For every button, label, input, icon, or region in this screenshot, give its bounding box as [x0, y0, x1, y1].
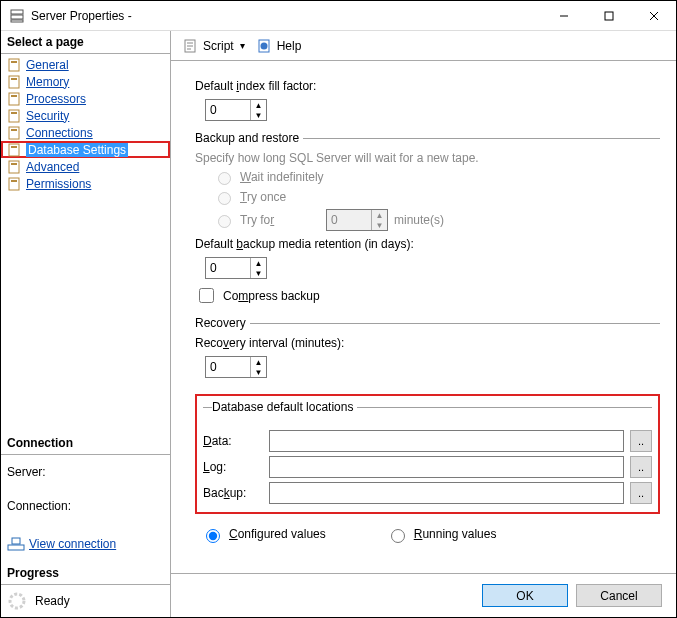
svg-rect-10 [11, 78, 17, 80]
page-icon [7, 91, 23, 107]
app-icon [9, 8, 25, 24]
svg-point-25 [10, 594, 24, 608]
connection-icon [7, 537, 25, 551]
svg-rect-15 [9, 127, 19, 139]
backup-path-input[interactable] [269, 482, 624, 504]
sidebar-item-advanced[interactable]: Advanced [1, 158, 170, 175]
page-icon [7, 108, 23, 124]
ok-button[interactable]: OK [482, 584, 568, 607]
backup-restore-group: Backup and restore Specify how long SQL … [195, 131, 660, 306]
try-for-radio: Try for ▲▼ minute(s) [213, 209, 660, 231]
connection-block: Server: Connection: View connection [1, 455, 170, 562]
svg-rect-0 [11, 10, 23, 14]
sidebar-item-connections[interactable]: Connections [1, 124, 170, 141]
log-browse-button[interactable]: .. [630, 456, 652, 478]
spin-up-icon[interactable]: ▲ [251, 258, 266, 268]
wait-indefinitely-radio: Wait indefinitely [213, 169, 660, 185]
spin-up-icon[interactable]: ▲ [251, 100, 266, 110]
cancel-button[interactable]: Cancel [576, 584, 662, 607]
svg-rect-16 [11, 129, 17, 131]
svg-rect-22 [11, 180, 17, 182]
svg-rect-12 [11, 95, 17, 97]
page-icon [7, 74, 23, 90]
log-path-input[interactable] [269, 456, 624, 478]
svg-rect-19 [9, 161, 19, 173]
fill-factor-label: Default index fill factor: [195, 79, 660, 93]
script-button[interactable]: Script ▾ [179, 36, 249, 56]
page-icon [7, 57, 23, 73]
svg-rect-2 [11, 20, 23, 22]
spin-down-icon[interactable]: ▼ [251, 367, 266, 377]
sidebar-item-processors[interactable]: Processors [1, 90, 170, 107]
svg-rect-21 [9, 178, 19, 190]
progress-header: Progress [1, 562, 170, 585]
chevron-down-icon: ▾ [240, 40, 245, 51]
svg-rect-18 [11, 146, 17, 148]
retention-input[interactable]: ▲▼ [205, 257, 267, 279]
svg-rect-1 [11, 15, 23, 19]
compress-backup-checkbox[interactable]: Compress backup [195, 285, 660, 306]
spinner-icon [7, 591, 27, 611]
backup-browse-button[interactable]: .. [630, 482, 652, 504]
svg-rect-14 [11, 112, 17, 114]
server-label: Server: [7, 465, 164, 479]
sidebar-item-memory[interactable]: Memory [1, 73, 170, 90]
page-icon [7, 176, 23, 192]
svg-rect-9 [9, 76, 19, 88]
backup-restore-hint: Specify how long SQL Server will wait fo… [195, 151, 660, 165]
default-locations-group: Database default locations Data: .. Log:… [195, 394, 660, 514]
maximize-button[interactable] [586, 1, 631, 30]
page-list: General Memory Processors Security Conne… [1, 54, 170, 194]
content-toolbar: Script ▾ Help [171, 31, 676, 61]
page-icon [7, 142, 23, 158]
svg-rect-20 [11, 163, 17, 165]
connection-label: Connection: [7, 499, 164, 513]
sidebar-item-database-settings[interactable]: Database Settings [1, 141, 170, 158]
close-button[interactable] [631, 1, 676, 30]
recovery-interval-input[interactable]: ▲▼ [205, 356, 267, 378]
svg-rect-13 [9, 110, 19, 122]
recovery-interval-label: Recovery interval (minutes): [195, 336, 660, 350]
data-browse-button[interactable]: .. [630, 430, 652, 452]
sidebar-item-permissions[interactable]: Permissions [1, 175, 170, 192]
svg-rect-23 [8, 545, 24, 550]
window-title: Server Properties - [31, 9, 541, 23]
view-connection-link[interactable]: View connection [7, 537, 116, 551]
page-icon [7, 125, 23, 141]
running-values-radio[interactable]: Running values [386, 526, 497, 543]
form: Default index fill factor: ▲▼ Backup and… [171, 61, 676, 573]
sidebar-item-general[interactable]: General [1, 56, 170, 73]
recovery-group: Recovery Recovery interval (minutes): ▲▼ [195, 316, 660, 384]
progress-block: Ready [1, 585, 170, 617]
configured-values-radio[interactable]: Configured values [201, 526, 326, 543]
data-label: Data: [203, 434, 263, 448]
sidebar: Select a page General Memory Processors … [1, 31, 171, 617]
help-icon [257, 38, 273, 54]
spin-up-icon[interactable]: ▲ [251, 357, 266, 367]
retention-label: Default backup media retention (in days)… [195, 237, 660, 251]
page-icon [7, 159, 23, 175]
spin-down-icon[interactable]: ▼ [251, 110, 266, 120]
svg-rect-8 [11, 61, 17, 63]
dialog-footer: OK Cancel [171, 573, 676, 617]
backup-label: Backup: [203, 486, 263, 500]
connection-header: Connection [1, 432, 170, 455]
minimize-button[interactable] [541, 1, 586, 30]
select-page-header: Select a page [1, 31, 170, 54]
svg-rect-11 [9, 93, 19, 105]
help-button[interactable]: Help [253, 36, 306, 56]
sidebar-item-security[interactable]: Security [1, 107, 170, 124]
titlebar: Server Properties - [1, 1, 676, 31]
try-once-radio: Try once [213, 189, 660, 205]
fill-factor-input[interactable]: ▲▼ [205, 99, 267, 121]
svg-rect-17 [9, 144, 19, 156]
spin-down-icon[interactable]: ▼ [251, 268, 266, 278]
svg-point-28 [260, 42, 267, 49]
progress-status: Ready [35, 594, 70, 608]
try-for-input: ▲▼ [326, 209, 388, 231]
values-mode-row: Configured values Running values [195, 526, 660, 543]
svg-rect-24 [12, 538, 20, 544]
log-label: Log: [203, 460, 263, 474]
data-path-input[interactable] [269, 430, 624, 452]
svg-rect-4 [605, 12, 613, 20]
